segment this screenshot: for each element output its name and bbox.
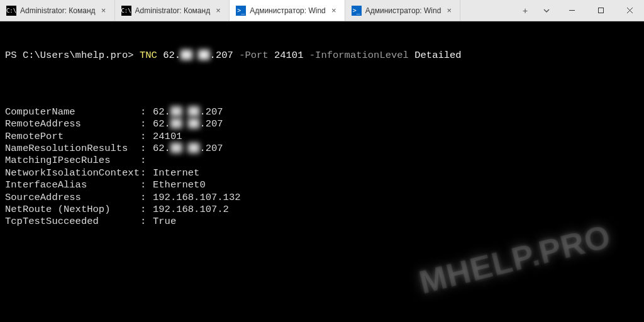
close-icon (626, 7, 633, 14)
cmd-icon: C:\ (6, 6, 16, 16)
minimize-button[interactable] (557, 0, 586, 21)
cmd-exe: TNC (140, 50, 157, 61)
powershell-icon: >_ (352, 6, 362, 16)
cmd-level: Detailed (414, 50, 461, 61)
tab-menu-button[interactable] (536, 7, 557, 14)
output-row: RemotePort: 24101 (5, 131, 639, 143)
tab-close-button[interactable]: × (99, 6, 108, 15)
tab[interactable]: >_Администратор: Wind× (345, 0, 461, 21)
powershell-icon: >_ (236, 6, 246, 16)
tab[interactable]: C:\Administrator: Команд× (115, 0, 230, 21)
output-value: 62.██ ██.207 (153, 106, 223, 118)
command-line: PS C:\Users\mhelp.pro> TNC 62.██ ██.207 … (5, 50, 639, 62)
output-colon: : (140, 192, 153, 204)
maximize-button[interactable] (586, 0, 615, 21)
output-row: RemoteAddress: 62.██ ██.207 (5, 118, 639, 130)
output-colon: : (140, 216, 153, 228)
terminal-pane[interactable]: PS C:\Users\mhelp.pro> TNC 62.██ ██.207 … (0, 21, 644, 322)
output-key: NetworkIsolationContext (5, 167, 140, 179)
output-row: MatchingIPsecRules: (5, 155, 639, 167)
output-row: NetRoute (NextHop): 192.168.107.2 (5, 204, 639, 216)
output-value: 62.██ ██.207 (153, 143, 223, 155)
tab-label: Администратор: Wind (250, 6, 326, 15)
output-row: NetworkIsolationContext: Internet (5, 167, 639, 179)
output-colon: : (140, 143, 153, 155)
output-colon: : (140, 179, 153, 191)
prompt: PS C:\Users\mhelp.pro> (5, 50, 134, 61)
output-value: Internet (153, 167, 199, 179)
tab[interactable]: C:\Administrator: Команд× (0, 0, 115, 21)
output-value: 192.168.107.132 (153, 192, 241, 204)
output-row: TcpTestSucceeded: True (5, 216, 639, 228)
output-value: 192.168.107.2 (153, 204, 229, 216)
output-block: ComputerName: 62.██ ██.207RemoteAddress:… (5, 106, 639, 228)
output-row: SourceAddress: 192.168.107.132 (5, 192, 639, 204)
close-button[interactable] (615, 0, 644, 21)
tab-close-button[interactable]: × (214, 6, 223, 15)
cmd-ip-pre: 62. (163, 50, 180, 61)
output-colon: : (140, 118, 153, 130)
output-value: 24101 (153, 131, 182, 143)
title-bar: C:\Administrator: Команд×C:\Administrato… (0, 0, 644, 21)
cmd-ip-blurred: ██ ██ (180, 50, 210, 61)
output-value: 62.██ ██.207 (153, 118, 223, 130)
window-controls (557, 0, 644, 21)
output-key: ComputerName (5, 106, 140, 118)
output-colon: : (140, 106, 153, 118)
output-value: Ethernet0 (153, 179, 206, 191)
tab-label: Administrator: Команд (135, 6, 211, 15)
output-key: NetRoute (NextHop) (5, 204, 140, 216)
output-value: True (153, 216, 176, 228)
output-key: NameResolutionResults (5, 143, 140, 155)
output-colon: : (140, 204, 153, 216)
new-tab-button[interactable]: + (514, 6, 536, 16)
output-colon: : (140, 131, 153, 143)
cmd-flag-port: -Port (239, 50, 269, 61)
output-key: TcpTestSucceeded (5, 216, 140, 228)
output-key: MatchingIPsecRules (5, 155, 140, 167)
cmd-flag-info: -InformationLevel (309, 50, 409, 61)
maximize-icon (597, 7, 604, 14)
tab-close-button[interactable]: × (330, 6, 338, 15)
cmd-icon: C:\ (121, 6, 131, 16)
output-key: SourceAddress (5, 192, 140, 204)
output-key: RemoteAddress (5, 118, 140, 130)
tab-label: Администратор: Wind (365, 6, 441, 15)
svg-rect-0 (598, 8, 603, 13)
output-row: NameResolutionResults: 62.██ ██.207 (5, 143, 639, 155)
output-row: InterfaceAlias: Ethernet0 (5, 179, 639, 191)
output-colon: : (140, 155, 153, 167)
tab-label: Administrator: Команд (20, 6, 96, 15)
minimize-icon (569, 7, 575, 14)
cmd-port: 24101 (274, 50, 304, 61)
tab[interactable]: >_Администратор: Wind× (230, 0, 345, 21)
cmd-ip-post: .207 (210, 50, 233, 61)
output-row: ComputerName: 62.██ ██.207 (5, 106, 639, 118)
output-key: InterfaceAlias (5, 179, 140, 191)
tab-controls: + (514, 0, 557, 21)
tab-strip: C:\Administrator: Команд×C:\Administrato… (0, 0, 514, 21)
output-colon: : (140, 167, 153, 179)
output-key: RemotePort (5, 131, 140, 143)
chevron-down-icon (543, 7, 550, 14)
tab-close-button[interactable]: × (445, 6, 453, 15)
